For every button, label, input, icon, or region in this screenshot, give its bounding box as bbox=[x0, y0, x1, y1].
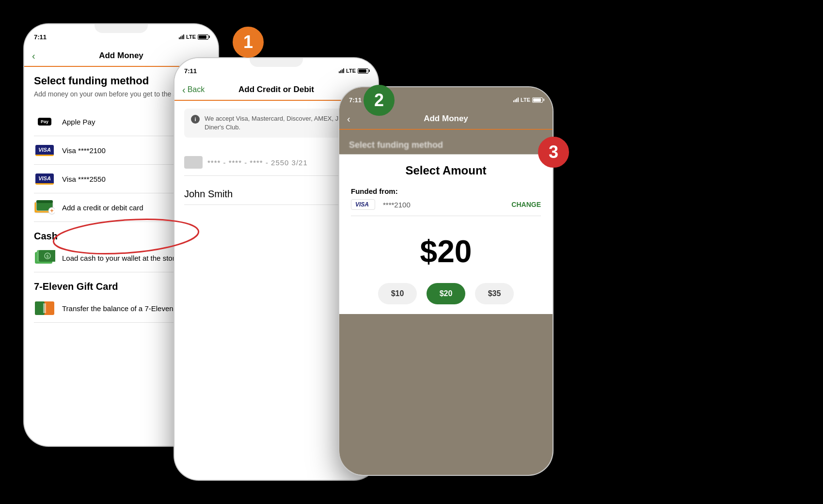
visa2550-icon: VISA bbox=[34, 172, 55, 186]
phone1-back-button[interactable]: ‹ bbox=[32, 50, 35, 62]
phone3-notch bbox=[419, 87, 473, 96]
svg-text:$: $ bbox=[46, 254, 48, 259]
cash-label: Load cash to your wallet at the store. bbox=[62, 254, 181, 262]
battery-icon-2 bbox=[358, 68, 368, 74]
applepay-icon: Pay bbox=[34, 114, 55, 129]
lte-label-3: LTE bbox=[521, 97, 530, 103]
phone3-back-button[interactable]: ‹ bbox=[347, 113, 350, 125]
amount-options: $10 $20 $35 bbox=[351, 283, 541, 304]
visa2100-icon: VISA bbox=[34, 143, 55, 158]
info-text: We accept Visa, Mastercard, Discover, AM… bbox=[205, 114, 362, 132]
phone2-status-bar: 7:11 LTE bbox=[174, 58, 378, 79]
battery-icon bbox=[198, 34, 208, 40]
change-button[interactable]: CHANGE bbox=[511, 201, 541, 208]
add-card-label: Add a credit or debit card bbox=[62, 204, 143, 212]
phone1-notch bbox=[95, 24, 148, 33]
cash-icon: $ bbox=[34, 251, 55, 265]
applepay-label: Apple Pay bbox=[62, 118, 95, 126]
visa2550-label: Visa ****2550 bbox=[62, 175, 106, 183]
signal-icon-2 bbox=[339, 68, 344, 73]
amount-chip-10[interactable]: $10 bbox=[378, 283, 417, 304]
phone3-blurred-header: Select funding method bbox=[339, 130, 553, 154]
phone3-content: Select Amount Funded from: VISA ****2100… bbox=[339, 154, 553, 314]
step2-badge: 2 bbox=[364, 85, 395, 116]
visa2100-label: Visa ****2100 bbox=[62, 146, 106, 155]
select-amount-section: Select Amount Funded from: VISA ****2100… bbox=[339, 154, 553, 314]
phone2-time: 7:11 bbox=[184, 67, 197, 75]
lte-label-2: LTE bbox=[346, 68, 356, 74]
info-icon: i bbox=[191, 115, 200, 124]
back-label: Back bbox=[188, 85, 205, 94]
phone1-status-icons: LTE bbox=[179, 34, 208, 40]
svg-rect-2 bbox=[36, 200, 53, 203]
amount-display: $20 bbox=[351, 224, 541, 279]
amount-chip-35[interactable]: $35 bbox=[475, 283, 514, 304]
signal-icon-3 bbox=[513, 97, 519, 102]
phone3-nav-title: Add Money bbox=[424, 114, 468, 124]
visa-text: VISA bbox=[355, 201, 369, 208]
select-amount-title: Select Amount bbox=[351, 164, 541, 177]
step3-badge: 3 bbox=[538, 137, 569, 168]
phone3-status-icons: LTE .phone-3 .battery-icon::after{backgr… bbox=[513, 97, 543, 103]
phone2-nav-title: Add Credit or Debit bbox=[238, 85, 314, 94]
funded-label: Funded from: bbox=[351, 187, 541, 195]
phone1-time: 7:11 bbox=[34, 33, 47, 41]
cardholder-name: John Smith bbox=[184, 189, 233, 200]
step1-badge: 1 bbox=[233, 27, 264, 58]
phone1-nav-title: Add Money bbox=[99, 51, 143, 61]
battery-icon-3: .phone-3 .battery-icon::after{background… bbox=[532, 97, 543, 103]
phone3-time: 7:11 bbox=[349, 96, 362, 104]
phone2-back-button[interactable]: ‹ Back bbox=[182, 84, 205, 95]
svg-rect-12 bbox=[43, 303, 46, 313]
funded-visa-badge: VISA bbox=[351, 199, 375, 210]
card-number-text: **** - **** - **** - 2550 3/21 bbox=[207, 158, 308, 167]
funded-from: Funded from: VISA ****2100 CHANGE bbox=[351, 187, 541, 216]
signal-icon bbox=[179, 34, 184, 39]
funded-card-number: ****2100 bbox=[383, 201, 411, 209]
svg-text:+: + bbox=[50, 207, 53, 214]
phone2-notch bbox=[250, 58, 303, 67]
add-card-icon: + bbox=[34, 200, 55, 215]
phone1-status-bar: 7:11 LTE bbox=[24, 24, 218, 46]
funded-row: VISA ****2100 CHANGE bbox=[351, 199, 541, 216]
giftcard-icon bbox=[34, 301, 55, 315]
phone2-status-icons: LTE bbox=[339, 68, 368, 74]
phone-3: 7:11 LTE .phone-3 .battery-icon::after{b… bbox=[339, 87, 553, 475]
amount-chip-20[interactable]: $20 bbox=[427, 283, 465, 304]
card-preview bbox=[184, 156, 203, 169]
lte-label: LTE bbox=[186, 34, 196, 40]
